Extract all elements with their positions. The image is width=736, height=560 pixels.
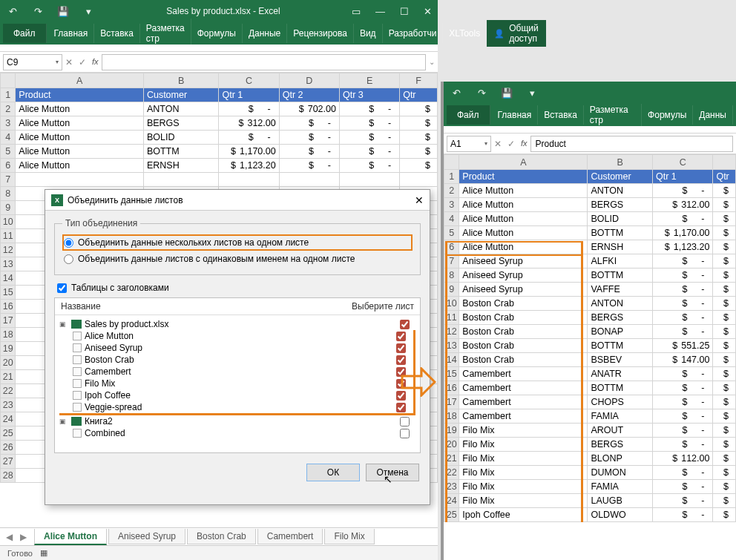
fx-cancel-icon[interactable]: ✕ — [65, 57, 73, 67]
tree-checkbox[interactable] — [400, 320, 410, 329]
tab-view[interactable]: Вид — [354, 24, 383, 43]
qat-redo-icon[interactable]: ↷ — [31, 6, 45, 17]
col-header[interactable]: D — [279, 73, 339, 88]
name-box[interactable]: C9 — [3, 54, 62, 70]
tab-formulas[interactable]: Формулы — [191, 24, 243, 43]
ribbon-tabs: Файл Главная Вставка Разметка стр Формул… — [0, 22, 438, 45]
close-icon[interactable]: ✕ — [424, 6, 432, 17]
tree-sheet[interactable]: Boston Crab — [59, 354, 412, 366]
tree-sheet[interactable]: Veggie-spread — [59, 401, 412, 413]
col-header[interactable]: B — [143, 73, 219, 88]
fx-cancel-icon[interactable]: ✕ — [494, 139, 502, 149]
tree-sheet[interactable]: Ipoh Coffee — [59, 389, 412, 401]
dialog-titlebar[interactable]: X Объединить данные листов ✕ — [45, 190, 430, 211]
sheet-tab[interactable]: Alice Mutton — [34, 529, 107, 545]
tab-layout[interactable]: Разметка стр — [584, 104, 642, 126]
tab-formulas[interactable]: Формулы — [642, 105, 693, 125]
headers-checkbox[interactable] — [57, 283, 67, 293]
col-header[interactable]: A — [459, 155, 588, 170]
tab-developer[interactable]: Разработчи — [383, 24, 444, 43]
radio-combine-multiple[interactable]: Объединить данные нескольких листов на о… — [62, 234, 413, 251]
tree-workbook[interactable]: ▣Книга2 — [59, 415, 415, 427]
tree-checkbox[interactable] — [400, 429, 410, 438]
qat-save-icon[interactable]: 💾 — [500, 88, 513, 99]
tab-data[interactable]: Данные — [243, 24, 287, 43]
radio-input-1[interactable] — [64, 238, 73, 248]
formula-bar-right: A1 ✕ ✓ fx Product — [444, 134, 736, 154]
tree-checkbox[interactable] — [396, 332, 406, 341]
tab-insert[interactable]: Вставка — [94, 24, 140, 43]
qat-undo-icon[interactable]: ↶ — [450, 88, 463, 99]
status-text: Готово — [7, 549, 33, 558]
sheet-icon — [73, 343, 82, 352]
combine-sheets-dialog: X Объединить данные листов ✕ Тип объедин… — [45, 189, 430, 505]
sheet-icon — [73, 403, 82, 412]
combine-type-fieldset: Тип объединения Объединить данные нескол… — [54, 218, 421, 275]
dialog-close-icon[interactable]: ✕ — [415, 194, 424, 206]
ribbon-tabs-right: Файл Главная Вставка Разметка стр Формул… — [444, 104, 736, 126]
tree-checkbox[interactable] — [400, 417, 410, 426]
tab-file[interactable]: Файл — [447, 105, 490, 125]
qat-undo-icon[interactable]: ↶ — [6, 6, 19, 17]
sheet-nav-prev-icon[interactable]: ◀ — [6, 532, 13, 542]
fx-icon[interactable]: fx — [92, 57, 99, 67]
qat-dropdown-icon[interactable]: ▾ — [82, 6, 95, 17]
formula-input[interactable]: Product — [530, 136, 733, 152]
tree-sheet[interactable]: Combined — [59, 427, 415, 439]
share-button[interactable]: Общий доступ — [487, 20, 546, 47]
fx-accept-icon[interactable]: ✓ — [79, 57, 86, 67]
minimize-icon[interactable]: — — [375, 6, 385, 17]
formula-input[interactable] — [102, 54, 426, 70]
tab-file[interactable]: Файл — [3, 24, 47, 43]
sheet-nav-next-icon[interactable]: ▶ — [20, 532, 27, 542]
col-header[interactable]: F — [400, 73, 438, 88]
tree-sheet[interactable]: Aniseed Syrup — [59, 342, 412, 354]
headers-checkbox-row[interactable]: Таблицы с заголовками — [57, 283, 418, 293]
col-header[interactable]: C — [652, 155, 712, 170]
tab-layout[interactable]: Разметка стр — [140, 19, 191, 48]
name-box[interactable]: A1 — [447, 136, 491, 152]
ribbon-collapse-icon[interactable]: ▭ — [352, 6, 361, 17]
sheet-icon — [73, 355, 82, 364]
tab-data[interactable]: Данны — [693, 105, 733, 125]
macro-record-icon[interactable]: ▦ — [40, 548, 47, 558]
tree-sheet[interactable]: Alice Mutton — [59, 330, 412, 342]
worksheet-right[interactable]: ABC1ProductCustomerQtr 1Qtr2Alice Mutton… — [444, 154, 736, 522]
tab-review[interactable]: Рецензирова — [287, 24, 354, 43]
tree-sheet[interactable]: Filo Mix — [59, 378, 412, 389]
qat-save-icon[interactable]: 💾 — [56, 6, 70, 17]
ok-button[interactable]: ОК — [306, 464, 360, 481]
tree-col-select: Выберите лист — [352, 301, 414, 312]
col-header[interactable]: A — [16, 73, 144, 88]
fx-expand-icon[interactable]: ⌄ — [429, 58, 435, 66]
fx-accept-icon[interactable]: ✓ — [507, 139, 515, 149]
maximize-icon[interactable]: ☐ — [400, 6, 409, 17]
sheet-tab[interactable]: Filo Mix — [324, 529, 374, 544]
fx-icon[interactable]: fx — [521, 139, 528, 149]
cursor-icon: ↖ — [384, 473, 392, 485]
tree-checkbox[interactable] — [396, 403, 406, 412]
formula-bar: C9 ✕ ✓ fx ⌄ — [0, 52, 438, 73]
sheet-tab[interactable]: Aniseed Syrup — [108, 529, 185, 544]
col-header[interactable]: C — [219, 73, 279, 88]
col-header[interactable]: B — [588, 155, 653, 170]
cancel-button[interactable]: Отмена — [366, 464, 419, 481]
col-header[interactable] — [713, 155, 736, 170]
sheet-tab[interactable]: Camembert — [257, 529, 323, 544]
tree-workbook[interactable]: ▣Sales by product.xlsx — [59, 318, 415, 330]
tree-checkbox[interactable] — [396, 355, 406, 365]
radio-combine-samename[interactable]: Объединить данные листов с одинаковым им… — [62, 251, 413, 267]
tab-xltools[interactable]: XLTools — [443, 24, 487, 43]
radio-input-2[interactable] — [64, 254, 73, 264]
sheet-icon — [73, 367, 82, 376]
tree-checkbox[interactable] — [396, 343, 406, 353]
qat-dropdown-icon[interactable]: ▾ — [525, 88, 539, 99]
fieldset-legend: Тип объединения — [62, 218, 140, 228]
col-header[interactable]: E — [339, 73, 399, 88]
tree-sheet[interactable]: Camembert — [59, 366, 412, 378]
tab-home[interactable]: Главная — [492, 105, 539, 125]
qat-redo-icon[interactable]: ↷ — [475, 88, 488, 99]
sheet-tab[interactable]: Boston Crab — [187, 529, 256, 544]
tab-insert[interactable]: Вставка — [538, 105, 584, 125]
tab-home[interactable]: Главная — [48, 24, 95, 43]
